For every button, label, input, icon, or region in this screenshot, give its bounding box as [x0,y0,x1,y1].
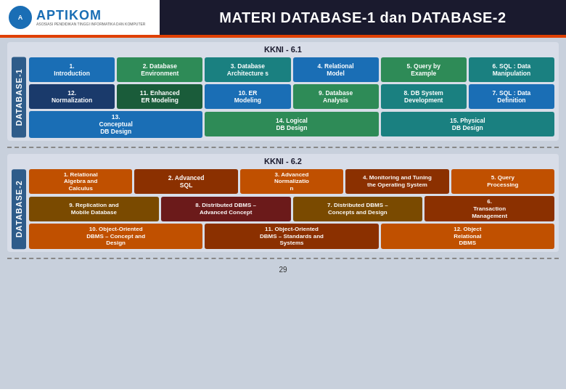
db1-r1-box2: 2. DatabaseEnvironment [117,57,202,82]
db2-row2: 9. Replication andMobile Database 8. Dis… [29,196,554,221]
db2-row1: 1. RelationalAlgebra andCalculus 2. Adva… [29,169,554,195]
section-separator [7,147,559,148]
logo-name: APTIKOM [36,9,145,22]
db2-r2-box1: 9. Replication andMobile Database [29,197,159,221]
db2-r1-box1: 1. RelationalAlgebra andCalculus [29,169,132,195]
db2-row3: 10. Object-OrientedDBMS – Concept andDes… [29,224,554,249]
db1-r1-box1: 1.Introduction [29,57,115,82]
db2-r1-box3: 3. AdvancedNormalization [240,169,343,195]
db1-r3-box2: 14. LogicalDB Design [205,112,378,136]
db1-row2: 12.Normalization 11. EnhancedER Modeling… [29,84,554,109]
db2-r2-box2: 8. Distributed DBMS –Advanced Concept [161,197,291,221]
db2-r2-box3: 7. Distributed DBMS –Concepts and Design [293,197,423,221]
db1-r1-box4: 4. RelationalModel [293,57,379,82]
logo-sub: ASOSIASI PENDIDIKAN TINGGI INFORMATIKA D… [36,22,145,26]
db2-r3-box2: 11. Object-OrientedDBMS – Standards andS… [205,224,378,249]
db2-inner: DATABASE-2 1. RelationalAlgebra andCalcu… [12,169,554,249]
db2-r1-box5: 5. QueryProcessing [451,169,554,194]
db2-r3-box3: 12. ObjectRelationalDBMS [381,224,554,249]
db1-r1-box3: 3. DatabaseArchitecture s [205,57,290,82]
db1-row3: 13.ConceptualDB Design 14. LogicalDB Des… [29,111,554,138]
db2-r1-box2: 2. AdvancedSQL [134,169,237,194]
db1-r3-box1: 13.ConceptualDB Design [29,111,202,138]
db1-section: KKNI - 6.1 DATABASE-1 1.Introduction 2. … [7,42,559,141]
db1-r3-box3: 15. PhysicalDB Design [381,112,554,136]
db2-grid: 1. RelationalAlgebra andCalculus 2. Adva… [29,169,554,249]
logo-text: APTIKOM ASOSIASI PENDIDIKAN TINGGI INFOR… [36,9,145,26]
header-title: MATERI DATABASE-1 dan DATABASE-2 [219,9,506,26]
logo-area: A APTIKOM ASOSIASI PENDIDIKAN TINGGI INF… [0,6,160,29]
db1-r2-box1: 12.Normalization [29,84,115,109]
db1-r2-box6: 7. SQL : DataDefinition [469,84,554,109]
bottom-separator [7,258,559,259]
page-number: 29 [7,266,559,274]
header: A APTIKOM ASOSIASI PENDIDIKAN TINGGI INF… [0,0,566,38]
db1-r2-box3: 10. ERModeling [205,84,290,109]
db2-section: KKNI - 6.2 DATABASE-2 1. RelationalAlgeb… [7,154,559,252]
db1-r1-box5: 5. Query byExample [381,57,467,82]
db1-row1: 1.Introduction 2. DatabaseEnvironment 3.… [29,57,554,82]
db1-grid: 1.Introduction 2. DatabaseEnvironment 3.… [29,57,554,138]
db1-inner: DATABASE-1 1.Introduction 2. DatabaseEnv… [12,57,554,138]
db2-vertical-label: DATABASE-2 [12,169,26,249]
db2-r2-box4: 6.TransactionManagement [424,196,554,221]
db1-vertical-label: DATABASE-1 [12,57,26,138]
db1-r2-box4: 9. DatabaseAnalysis [293,84,379,109]
db1-r2-box5: 8. DB SystemDevelopment [381,84,467,109]
kkni2-label: KKNI - 6.2 [12,157,554,166]
kkni1-label: KKNI - 6.1 [12,45,554,54]
db2-r1-box4: 4. Monitoring and Tuningthe Operating Sy… [345,169,448,194]
main-content: KKNI - 6.1 DATABASE-1 1.Introduction 2. … [0,38,566,389]
db1-r1-box6: 6. SQL : DataManipulation [469,57,554,82]
db1-r2-box2: 11. EnhancedER Modeling [117,84,202,109]
db2-r3-box1: 10. Object-OrientedDBMS – Concept andDes… [29,224,202,249]
header-title-area: MATERI DATABASE-1 dan DATABASE-2 [160,0,566,35]
logo-icon: A [9,6,32,29]
